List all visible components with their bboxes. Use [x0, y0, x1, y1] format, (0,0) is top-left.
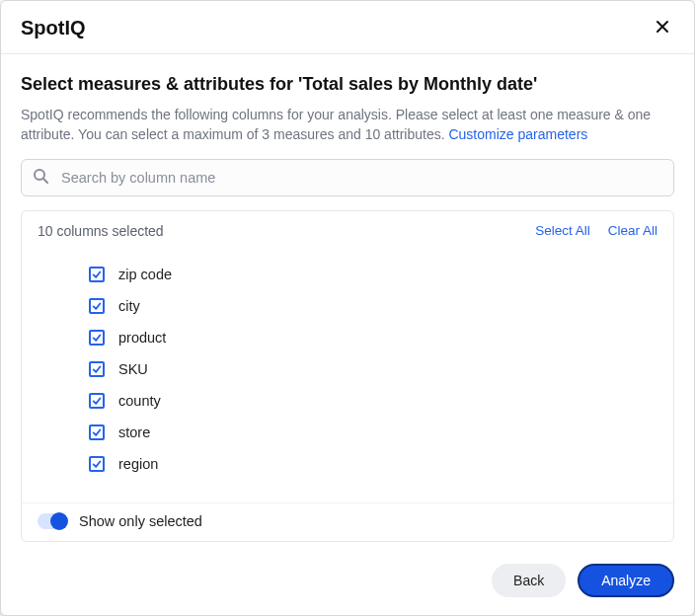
close-button[interactable] — [651, 15, 674, 41]
column-label: city — [118, 298, 140, 314]
close-icon — [655, 23, 670, 38]
column-checkbox[interactable] — [89, 424, 105, 440]
search-icon — [33, 168, 48, 188]
customize-parameters-link[interactable]: Customize parameters — [448, 126, 587, 142]
column-row[interactable]: product — [22, 322, 673, 353]
search-field — [21, 159, 674, 196]
show-only-selected-row: Show only selected — [22, 502, 673, 541]
modal-footer: Back Analyze — [1, 550, 694, 615]
column-list[interactable]: zip codecityproductSKUcountystoreregion — [22, 251, 673, 502]
modal-header: SpotIQ — [1, 1, 694, 54]
description: SpotIQ recommends the following columns … — [21, 105, 674, 145]
column-row[interactable]: region — [22, 448, 673, 480]
spotiq-modal: SpotIQ Select measures & attributes for … — [0, 0, 695, 616]
column-row[interactable]: county — [22, 385, 673, 417]
toggle-knob — [50, 512, 68, 530]
show-only-selected-toggle[interactable] — [38, 513, 67, 529]
column-checkbox[interactable] — [89, 267, 105, 282]
panel-header: 10 columns selected Select All Clear All — [22, 211, 673, 251]
modal-body: Select measures & attributes for 'Total … — [1, 54, 694, 550]
section-title: Select measures & attributes for 'Total … — [21, 74, 674, 95]
analyze-button[interactable]: Analyze — [578, 564, 674, 597]
search-input[interactable] — [21, 159, 674, 196]
column-label: county — [118, 393, 161, 409]
selected-count: 10 columns selected — [38, 223, 164, 239]
svg-line-3 — [43, 179, 47, 183]
panel-actions: Select All Clear All — [535, 223, 657, 238]
column-checkbox[interactable] — [89, 330, 105, 346]
column-checkbox[interactable] — [89, 298, 105, 314]
column-row[interactable]: store — [22, 417, 673, 448]
back-button[interactable]: Back — [492, 564, 566, 597]
column-label: product — [118, 330, 166, 346]
column-label: store — [118, 424, 150, 440]
column-checkbox[interactable] — [89, 456, 105, 472]
column-label: zip code — [118, 267, 172, 282]
column-row[interactable]: zip code — [22, 259, 673, 290]
column-label: SKU — [118, 361, 148, 377]
column-row[interactable]: city — [22, 290, 673, 322]
modal-title: SpotIQ — [21, 17, 86, 39]
column-row[interactable]: SKU — [22, 353, 673, 385]
column-label: region — [118, 456, 158, 472]
select-all-button[interactable]: Select All — [535, 223, 590, 238]
column-checkbox[interactable] — [89, 361, 105, 377]
columns-panel: 10 columns selected Select All Clear All… — [21, 210, 674, 542]
clear-all-button[interactable]: Clear All — [608, 223, 657, 238]
column-checkbox[interactable] — [89, 393, 105, 409]
toggle-label: Show only selected — [79, 513, 202, 529]
